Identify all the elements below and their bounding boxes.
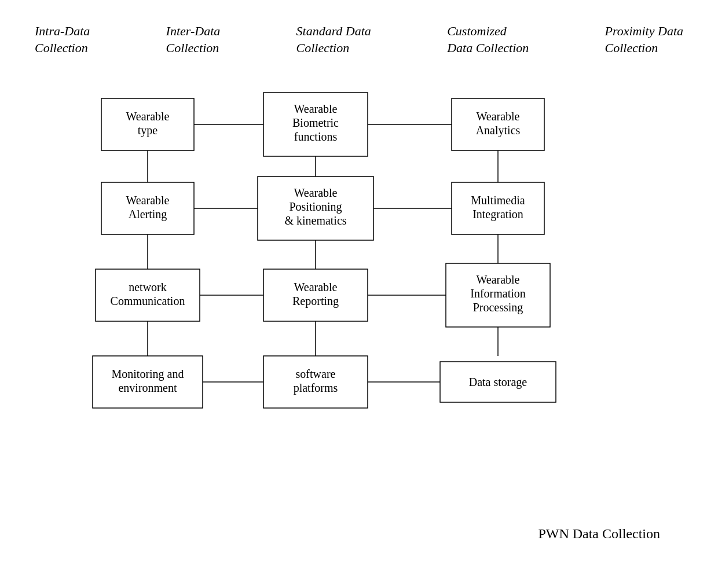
- svg-text:Processing: Processing: [473, 301, 523, 314]
- footer-label: PWN Data Collection: [538, 526, 660, 542]
- svg-text:functions: functions: [294, 130, 338, 143]
- svg-text:Wearable: Wearable: [126, 110, 170, 123]
- header-customized-data: Customized Data Collection: [447, 23, 529, 56]
- header-proximity-data: Proximity Data Collection: [605, 23, 683, 56]
- header-inter-data: Inter-Data Collection: [166, 23, 221, 56]
- header-intra-data: Intra-Data Collection: [35, 23, 90, 56]
- svg-text:software: software: [296, 368, 336, 380]
- svg-text:Monitoring and: Monitoring and: [112, 368, 184, 381]
- svg-text:Data storage: Data storage: [469, 376, 527, 389]
- svg-text:& kinematics: & kinematics: [284, 214, 346, 227]
- header-labels: Intra-Data Collection Inter-Data Collect…: [35, 23, 683, 56]
- svg-text:Positioning: Positioning: [289, 200, 342, 214]
- svg-text:type: type: [138, 124, 158, 137]
- svg-text:Wearable: Wearable: [294, 102, 338, 115]
- svg-text:Wearable: Wearable: [294, 281, 338, 293]
- svg-text:Information: Information: [470, 287, 526, 300]
- svg-text:environment: environment: [118, 381, 177, 394]
- svg-text:Wearable: Wearable: [294, 186, 338, 199]
- svg-text:Wearable: Wearable: [477, 110, 520, 123]
- svg-text:Multimedia: Multimedia: [471, 194, 525, 207]
- svg-text:Integration: Integration: [472, 208, 523, 221]
- svg-text:platforms: platforms: [294, 381, 338, 395]
- svg-text:Alerting: Alerting: [129, 208, 167, 221]
- svg-text:Reporting: Reporting: [292, 295, 339, 308]
- svg-text:Wearable: Wearable: [477, 273, 520, 286]
- header-standard-data: Standard Data Collection: [296, 23, 371, 56]
- diagram: Wearable type Wearable Biometric functio…: [58, 81, 637, 498]
- svg-text:Wearable: Wearable: [126, 194, 170, 207]
- svg-text:Biometric: Biometric: [292, 116, 339, 129]
- svg-text:Analytics: Analytics: [476, 124, 521, 137]
- svg-text:Communication: Communication: [111, 295, 185, 307]
- svg-text:network: network: [129, 281, 167, 293]
